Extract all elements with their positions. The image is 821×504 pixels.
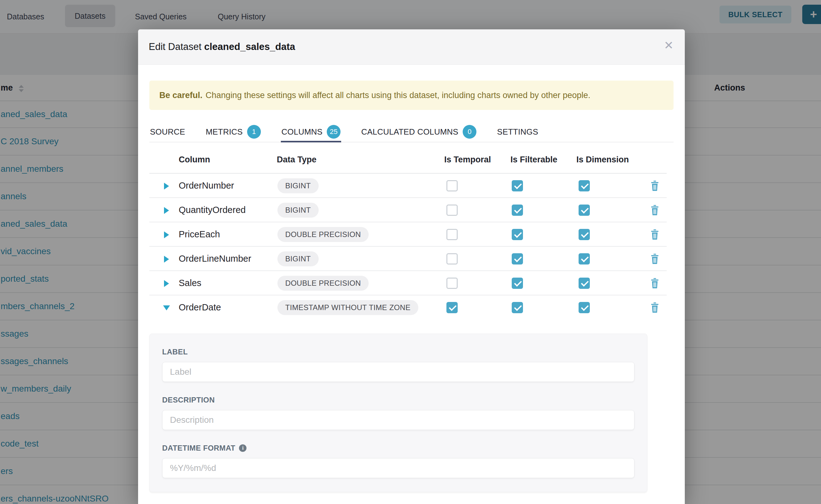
is-dimension-checkbox[interactable]: [579, 229, 590, 240]
form-field-label-text: LABEL: [162, 348, 188, 356]
warning-banner-text: Changing these settings will affect all …: [205, 91, 591, 100]
form-field-input[interactable]: [162, 410, 635, 430]
modal-tabs: SOURCE METRICS 1 COLUMNS 25 CALCULATED C…: [149, 122, 674, 142]
column-name: OrderNumber: [179, 180, 234, 191]
columns-table: Column Data Type Is Temporal Is Filterab…: [149, 142, 667, 320]
modal-title-dataset-name: cleaned_sales_data: [204, 41, 295, 52]
delete-column-icon[interactable]: [649, 180, 660, 192]
delete-column-icon[interactable]: [649, 204, 660, 216]
form-field-label-text: DESCRIPTION: [162, 396, 215, 404]
expand-caret-icon[interactable]: [164, 256, 169, 263]
is-dimension-header: Is Dimension: [576, 155, 629, 165]
is-dimension-checkbox[interactable]: [579, 205, 590, 216]
is-dimension-checkbox[interactable]: [579, 278, 590, 289]
delete-column-icon[interactable]: [649, 277, 660, 289]
modal-body: Be careful. Changing these settings will…: [138, 65, 685, 492]
is-filterable-checkbox[interactable]: [512, 302, 523, 313]
is-temporal-checkbox[interactable]: [447, 302, 458, 313]
tab-count-badge: 0: [463, 125, 477, 139]
tab-count-badge: 1: [247, 125, 261, 139]
modal-tab-label: METRICS: [205, 127, 242, 137]
delete-column-icon[interactable]: [649, 253, 660, 265]
form-field: LABEL: [162, 348, 635, 382]
expand-caret-icon[interactable]: [164, 183, 169, 190]
form-field: DATETIME FORMAT i: [162, 444, 635, 478]
column-name: OrderLineNumber: [179, 254, 251, 264]
data-type-chip: DOUBLE PRECISION: [277, 276, 368, 291]
is-temporal-checkbox[interactable]: [447, 229, 458, 240]
data-type-chip: TIMESTAMP WITHOUT TIME ZONE: [277, 300, 418, 315]
modal-header: Edit Dataset cleaned_sales_data ✕: [138, 29, 685, 65]
form-field: DESCRIPTION: [162, 396, 635, 430]
data-type-chip: BIGINT: [277, 203, 319, 218]
is-dimension-checkbox[interactable]: [579, 180, 590, 191]
column-name: Sales: [179, 278, 201, 288]
delete-column-icon[interactable]: [649, 229, 660, 240]
warning-banner: Be careful. Changing these settings will…: [149, 81, 674, 110]
is-temporal-checkbox[interactable]: [447, 253, 458, 264]
column-detail-panel: LABEL DESCRIPTION DATETIME FORMAT i: [149, 334, 647, 492]
columns-table-header: Column Data Type Is Temporal Is Filterab…: [149, 142, 667, 174]
warning-banner-bold: Be careful.: [159, 91, 202, 100]
column-header: Column: [179, 155, 210, 165]
expand-caret-icon[interactable]: [164, 280, 169, 287]
is-filterable-checkbox[interactable]: [512, 253, 523, 264]
column-row: Sales DOUBLE PRECISION: [149, 271, 667, 295]
column-row: OrderNumber BIGINT: [149, 174, 667, 198]
modal-tab[interactable]: CALCULATED COLUMNS 0: [360, 122, 477, 142]
close-icon[interactable]: ✕: [664, 40, 674, 51]
is-filterable-checkbox[interactable]: [512, 180, 523, 191]
expand-caret-icon[interactable]: [164, 207, 169, 214]
column-row: OrderDate TIMESTAMP WITHOUT TIME ZONE: [149, 295, 667, 320]
column-row: QuantityOrdered BIGINT: [149, 198, 667, 222]
column-name: OrderDate: [179, 302, 221, 313]
expand-caret-icon[interactable]: [164, 231, 169, 238]
modal-tab-label: CALCULATED COLUMNS: [361, 127, 458, 137]
form-field-label-text: DATETIME FORMAT: [162, 444, 235, 452]
is-filterable-checkbox[interactable]: [512, 205, 523, 216]
modal-tab[interactable]: SOURCE: [149, 122, 185, 142]
form-field-label: DESCRIPTION: [162, 396, 635, 404]
columns-rows: OrderNumber BIGINT QuantityOrdered BIGIN…: [149, 174, 667, 320]
expand-caret-icon[interactable]: [163, 305, 170, 310]
form-field-label: DATETIME FORMAT i: [162, 444, 635, 452]
is-temporal-checkbox[interactable]: [447, 278, 458, 289]
is-dimension-checkbox[interactable]: [579, 302, 590, 313]
tab-count-badge: 25: [327, 125, 340, 139]
is-filterable-checkbox[interactable]: [512, 278, 523, 289]
column-name: PriceEach: [179, 229, 220, 240]
data-type-chip: BIGINT: [277, 251, 319, 266]
modal-tab-label: COLUMNS: [281, 127, 322, 137]
form-field-input[interactable]: [162, 458, 635, 478]
modal-tab[interactable]: SETTINGS: [497, 122, 539, 142]
data-type-chip: DOUBLE PRECISION: [277, 227, 368, 242]
modal-title: Edit Dataset cleaned_sales_data: [149, 41, 295, 52]
form-field-label: LABEL: [162, 348, 635, 356]
is-filterable-header: Is Filterable: [511, 155, 557, 165]
data-type-header: Data Type: [277, 155, 316, 165]
delete-column-icon[interactable]: [649, 302, 660, 314]
is-temporal-checkbox[interactable]: [447, 180, 458, 191]
is-temporal-header: Is Temporal: [444, 155, 491, 165]
column-name: QuantityOrdered: [179, 205, 245, 215]
form-field-input[interactable]: [162, 362, 635, 382]
modal-tab-label: SOURCE: [150, 127, 185, 137]
is-temporal-checkbox[interactable]: [447, 205, 458, 216]
data-type-chip: BIGINT: [277, 178, 319, 193]
modal-tab[interactable]: METRICS 1: [205, 122, 261, 142]
modal-tab[interactable]: COLUMNS 25: [281, 122, 341, 142]
column-row: PriceEach DOUBLE PRECISION: [149, 222, 667, 247]
expanded-form: LABEL DESCRIPTION DATETIME FORMAT i: [162, 348, 635, 478]
info-icon[interactable]: i: [239, 444, 246, 452]
modal-title-prefix: Edit Dataset: [149, 41, 201, 52]
edit-dataset-modal: Edit Dataset cleaned_sales_data ✕ Be car…: [138, 29, 685, 504]
column-row: OrderLineNumber BIGINT: [149, 247, 667, 271]
modal-tab-label: SETTINGS: [497, 127, 538, 137]
is-dimension-checkbox[interactable]: [579, 253, 590, 264]
is-filterable-checkbox[interactable]: [512, 229, 523, 240]
